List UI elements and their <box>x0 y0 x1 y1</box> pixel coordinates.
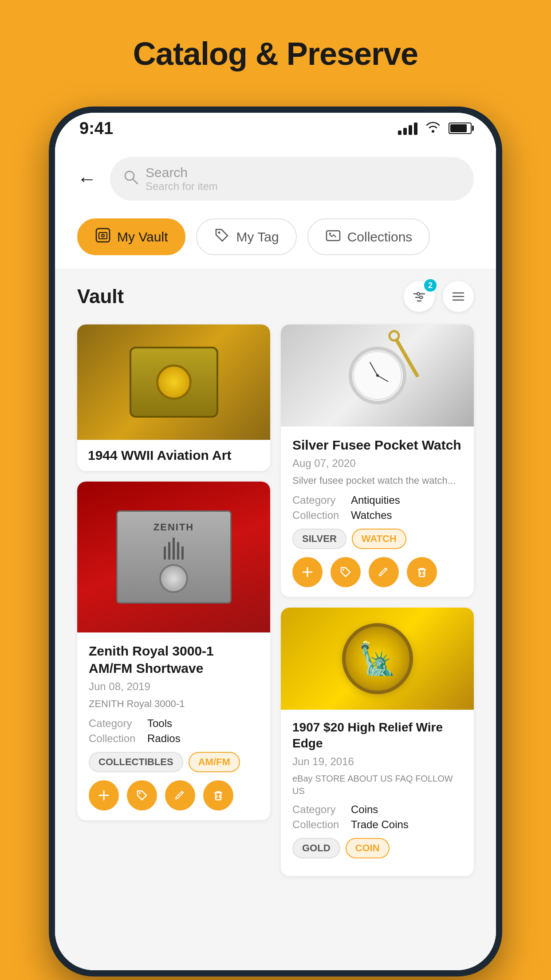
search-icon <box>123 170 138 188</box>
phone-screen: 9:41 <box>55 113 496 970</box>
page-title: Catalog & Preserve <box>0 0 551 72</box>
watch-category-label: Category <box>292 494 346 506</box>
tag-tab-icon <box>214 227 230 246</box>
vault-header: Vault 2 <box>77 281 474 312</box>
watch-delete-button[interactable] <box>407 557 437 587</box>
vault-title: Vault <box>77 285 124 308</box>
svg-line-1 <box>133 179 138 184</box>
status-bar: 9:41 <box>55 113 496 144</box>
watch-add-button[interactable] <box>292 557 323 587</box>
list-view-button[interactable] <box>443 281 474 312</box>
zenith-image: ZENITH <box>77 482 270 632</box>
search-bar[interactable]: Search Search for item <box>110 157 474 201</box>
watch-image <box>281 324 474 427</box>
zenith-delete-button[interactable] <box>203 780 233 810</box>
app-content: ← Search Search for item <box>55 144 496 970</box>
tab-tag-label: My Tag <box>236 229 279 245</box>
coin-collection-label: Collection <box>292 818 346 831</box>
battery-icon <box>449 122 472 134</box>
header: ← Search Search for item <box>55 144 496 214</box>
coin-category-label: Category <box>292 803 346 816</box>
watch-item-date: Aug 07, 2020 <box>292 457 462 470</box>
watch-item-card[interactable]: Silver Fusee Pocket Watch Aug 07, 2020 S… <box>281 324 474 597</box>
svg-rect-19 <box>216 793 221 800</box>
zenith-category-label: Category <box>89 717 142 730</box>
svg-point-11 <box>417 292 420 295</box>
tabs-container: My Vault My Tag <box>55 214 496 269</box>
wwii-image <box>77 324 270 440</box>
watch-tags: SILVER WATCH <box>292 529 462 549</box>
zenith-item-name: Zenith Royal 3000-1 AM/FM Shortwave <box>89 642 259 677</box>
signal-icon <box>398 122 417 135</box>
zenith-add-button[interactable] <box>89 780 119 810</box>
coin-image: 🗽 <box>281 608 474 710</box>
coin-item-card[interactable]: 🗽 1907 $20 High Relief Wire Edge Jun 19,… <box>281 608 474 876</box>
zenith-tag-collectibles: COLLECTIBLES <box>89 752 183 772</box>
watch-collection-value: Watches <box>351 509 392 522</box>
zenith-tag-button[interactable] <box>127 780 157 810</box>
coin-item-info: 1907 $20 High Relief Wire Edge Jun 19, 2… <box>281 710 474 876</box>
coin-tag-gold: GOLD <box>292 838 340 858</box>
items-grid: 1944 WWII Aviation Art ZENITH <box>77 324 474 876</box>
watch-item-meta: Category Antiquities Collection Watches <box>292 494 462 522</box>
svg-point-4 <box>102 234 104 237</box>
tab-my-vault[interactable]: My Vault <box>77 218 185 255</box>
vault-controls: 2 <box>404 281 474 312</box>
wwii-item-title: 1944 WWII Aviation Art <box>77 440 270 471</box>
tab-my-tag[interactable]: My Tag <box>196 218 296 255</box>
coin-item-meta: Category Coins Collection Trade Coins <box>292 803 462 831</box>
watch-tag-watch: WATCH <box>352 529 406 549</box>
coin-tag-coin: COIN <box>346 838 390 858</box>
zenith-tags: COLLECTIBLES AM/FM <box>89 752 259 772</box>
collections-tab-icon <box>325 227 341 246</box>
tab-collections-label: Collections <box>347 229 413 245</box>
svg-point-7 <box>329 233 331 234</box>
watch-tag-silver: SILVER <box>292 529 346 549</box>
svg-point-24 <box>342 569 344 571</box>
wifi-icon <box>425 121 441 136</box>
zenith-collection-label: Collection <box>89 732 142 745</box>
vault-tab-icon <box>95 227 111 246</box>
watch-tag-button[interactable] <box>331 557 361 587</box>
phone-frame: 9:41 <box>49 107 502 976</box>
zenith-item-desc: ZENITH Royal 3000-1 <box>89 697 259 711</box>
tab-collections[interactable]: Collections <box>307 218 430 255</box>
coin-collection-value: Trade Coins <box>351 818 409 831</box>
search-placeholder: Search <box>146 165 218 180</box>
svg-rect-2 <box>96 229 110 242</box>
coin-item-date: Jun 19, 2016 <box>292 755 462 768</box>
watch-edit-button[interactable] <box>369 557 399 587</box>
status-icons <box>398 121 472 136</box>
filter-badge: 2 <box>424 279 437 292</box>
search-subtitle: Search for item <box>146 180 218 193</box>
coin-item-desc: eBay STORE ABOUT US FAQ FOLLOW US <box>292 772 462 797</box>
coin-category-value: Coins <box>351 803 378 816</box>
right-column: Silver Fusee Pocket Watch Aug 07, 2020 S… <box>281 324 474 876</box>
zenith-tag-amfm: AM/FM <box>189 752 240 772</box>
vault-section: Vault 2 <box>55 269 496 970</box>
zenith-collection-value: Radios <box>147 732 181 745</box>
watch-item-info: Silver Fusee Pocket Watch Aug 07, 2020 S… <box>281 427 474 597</box>
left-column: 1944 WWII Aviation Art ZENITH <box>77 324 270 876</box>
watch-item-desc: Silver fusee pocket watch the watch... <box>292 474 462 488</box>
watch-actions <box>292 557 462 587</box>
status-time: 9:41 <box>79 119 113 138</box>
zenith-item-card[interactable]: ZENITH <box>77 482 270 820</box>
watch-collection-label: Collection <box>292 509 346 522</box>
search-text: Search Search for item <box>146 165 218 193</box>
zenith-actions <box>89 780 259 810</box>
zenith-item-info: Zenith Royal 3000-1 AM/FM Shortwave Jun … <box>77 632 270 820</box>
zenith-item-date: Jun 08, 2019 <box>89 680 259 693</box>
filter-button[interactable]: 2 <box>404 281 435 312</box>
zenith-edit-button[interactable] <box>165 780 195 810</box>
svg-point-12 <box>420 296 422 299</box>
coin-item-name: 1907 $20 High Relief Wire Edge <box>292 719 462 752</box>
svg-point-18 <box>139 792 141 794</box>
watch-item-name: Silver Fusee Pocket Watch <box>292 436 462 454</box>
back-button[interactable]: ← <box>77 168 97 190</box>
svg-rect-3 <box>99 233 107 239</box>
zenith-item-meta: Category Tools Collection Radios <box>89 717 259 745</box>
wwii-item-card[interactable]: 1944 WWII Aviation Art <box>77 324 270 471</box>
tab-vault-label: My Vault <box>117 229 168 245</box>
coin-tags: GOLD COIN <box>292 838 462 858</box>
